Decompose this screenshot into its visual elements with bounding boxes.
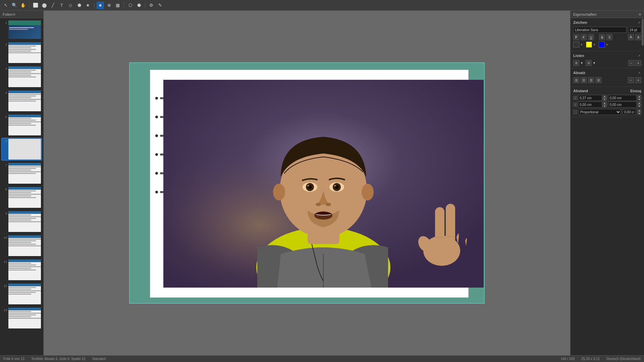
toolbar-rectangle[interactable]: ⬜ — [32, 2, 39, 9]
list-btn-2[interactable]: ≡ — [586, 60, 592, 66]
slide-thumb-2[interactable]: 2 — [1, 41, 42, 64]
slide-num-4: 4 — [2, 90, 7, 95]
underline-btn[interactable]: U — [588, 34, 594, 40]
indent-down-2[interactable]: ▼ — [637, 105, 641, 108]
svg-rect-19 — [435, 207, 444, 244]
spacing-up-1[interactable]: ▲ — [603, 95, 607, 98]
svg-rect-20 — [446, 204, 455, 244]
toolbar-shapes[interactable]: ▦ — [114, 2, 121, 9]
list-style-row: ≡ ▼ ≡ ▼ − + — [573, 60, 641, 66]
italic-btn[interactable]: K — [581, 34, 587, 40]
font-aa2-btn[interactable]: A — [635, 34, 641, 40]
linespacing-select[interactable]: Proportional Fest — [579, 109, 621, 115]
list-btn-1[interactable]: ≡ — [573, 60, 579, 66]
properties-title: Eigenschaften — [573, 12, 597, 16]
slide-thumb-11[interactable]: 11 — [1, 258, 42, 281]
bold-btn[interactable]: F — [573, 34, 579, 40]
format-buttons-row: F K U · S S A A — [573, 34, 641, 40]
main-toolbar: ↖ 🔍 ✋ ⬜ ⬤ ╱ T ◇ ⬟ ★ ■ ⊕ ▦ ⬡ ⬢ ⚙ ✎ — [0, 0, 644, 11]
slide-thumb-13[interactable]: 13 — [1, 307, 42, 329]
slides-list[interactable]: 1 2 — [0, 18, 43, 355]
toolbar-zoom-out[interactable]: 🔍 — [11, 2, 18, 9]
highlight-color-arrow[interactable]: ▼ — [593, 43, 596, 46]
font-color-swatch[interactable] — [573, 42, 579, 48]
toolbar-pan[interactable]: ✋ — [19, 2, 27, 9]
slide-thumb-5[interactable]: 5 — [1, 114, 42, 136]
slide-preview-10 — [8, 235, 41, 256]
toolbar-star[interactable]: ★ — [84, 2, 92, 9]
slide-thumb-10[interactable]: 10 — [1, 234, 42, 257]
slide-preview-4 — [8, 90, 41, 111]
spacing-down-1[interactable]: ▼ — [603, 98, 607, 101]
list-arrow-1[interactable]: ▼ — [580, 61, 583, 65]
slide-thumb-1[interactable]: 1 — [1, 19, 42, 40]
spacing-input-2[interactable] — [578, 102, 602, 108]
slides-header: Folien × — [0, 11, 43, 18]
toolbar-connect[interactable]: ⊕ — [105, 2, 113, 9]
toolbar-arrow[interactable]: ↖ — [2, 2, 9, 9]
toolbar-ellipse[interactable]: ⬤ — [41, 2, 48, 9]
listen-title: Listen — [573, 54, 584, 58]
toolbar-diamond[interactable]: ◇ — [67, 2, 74, 9]
highlight-color-swatch[interactable] — [586, 42, 592, 48]
toolbar-flowchart[interactable]: ⬟ — [75, 2, 83, 9]
svg-point-25 — [362, 184, 374, 200]
listen-expand-btn[interactable]: ↗ — [637, 53, 641, 58]
video-overlay[interactable] — [163, 80, 484, 288]
slide-thumb-7[interactable]: 7 — [1, 162, 42, 185]
slide-thumb-6[interactable]: 6 — [1, 138, 42, 161]
spacing-down-2[interactable]: ▼ — [603, 105, 607, 108]
linespacing-down[interactable]: ▼ — [637, 112, 641, 115]
underline-color-arrow[interactable]: ▼ — [606, 43, 608, 46]
toolbar-shadow[interactable]: ■ — [97, 2, 104, 9]
zeichen-expand-btn[interactable]: ↗ — [637, 20, 641, 25]
slide-num-1: 1 — [2, 20, 7, 24]
toolbar-line[interactable]: ╱ — [49, 2, 57, 9]
para-indent-decrease[interactable]: − — [628, 77, 634, 83]
font-color-arrow[interactable]: ▼ — [580, 43, 583, 46]
list-arrow-2[interactable]: ▼ — [593, 61, 596, 65]
indent-input-1[interactable] — [608, 95, 637, 101]
font-size-input[interactable] — [628, 27, 641, 33]
indent-increase-btn[interactable]: + — [635, 60, 641, 66]
prop-scrollbar-thumb[interactable] — [642, 19, 644, 46]
slide-canvas[interactable] — [129, 62, 485, 304]
properties-close-btn[interactable]: × — [639, 12, 641, 17]
slide-thumb-12[interactable]: 12 — [1, 283, 42, 305]
slide-thumb-4[interactable]: 4 — [1, 89, 42, 112]
indent-up-2[interactable]: ▲ — [637, 102, 641, 105]
slide-thumb-3[interactable]: 3 — [1, 65, 42, 88]
indent-decrease-btn[interactable]: − — [628, 60, 634, 66]
underline-color-swatch[interactable] — [599, 42, 605, 48]
strikethrough-btn[interactable]: S — [599, 34, 605, 40]
linespacing-value[interactable] — [623, 109, 636, 115]
font-aa-btn[interactable]: A — [628, 34, 634, 40]
abstand-label: Abstand — [573, 89, 588, 93]
toolbar-group[interactable]: ⬡ — [126, 2, 134, 9]
align-center-btn[interactable]: ☰ — [581, 77, 587, 83]
align-left-btn[interactable]: ☰ — [573, 77, 579, 83]
linespacing-up[interactable]: ▲ — [637, 109, 641, 112]
align-row: ☰ ☰ ☰ ☰ − + — [573, 77, 641, 83]
indent-input-2[interactable] — [608, 102, 637, 108]
slides-panel-close[interactable]: × — [13, 12, 15, 17]
canvas-area[interactable] — [44, 11, 570, 355]
shadow-text-btn[interactable]: S — [606, 34, 612, 40]
para-indent-increase[interactable]: + — [635, 77, 641, 83]
bullet-dot-5 — [155, 172, 158, 175]
toolbar-points[interactable]: ⚙ — [148, 2, 155, 9]
toolbar-text[interactable]: T — [58, 2, 65, 9]
toolbar-bezier[interactable]: ✎ — [156, 2, 164, 9]
font-name-input[interactable] — [573, 27, 627, 33]
slide-thumb-8[interactable]: 8 — [1, 186, 42, 209]
indent-down-1[interactable]: ▼ — [637, 98, 641, 101]
toolbar-ungroup[interactable]: ⬢ — [135, 2, 143, 9]
align-justify-btn[interactable]: ☰ — [595, 77, 601, 83]
slide-thumb-9[interactable]: 9 — [1, 210, 42, 233]
absatz-expand-btn[interactable]: ↗ — [637, 70, 641, 75]
slide-num-5: 5 — [2, 115, 7, 119]
align-right-btn[interactable]: ☰ — [588, 77, 594, 83]
spacing-up-2[interactable]: ▲ — [603, 102, 607, 105]
spacing-input-1[interactable] — [578, 95, 602, 101]
indent-up-1[interactable]: ▲ — [637, 95, 641, 98]
